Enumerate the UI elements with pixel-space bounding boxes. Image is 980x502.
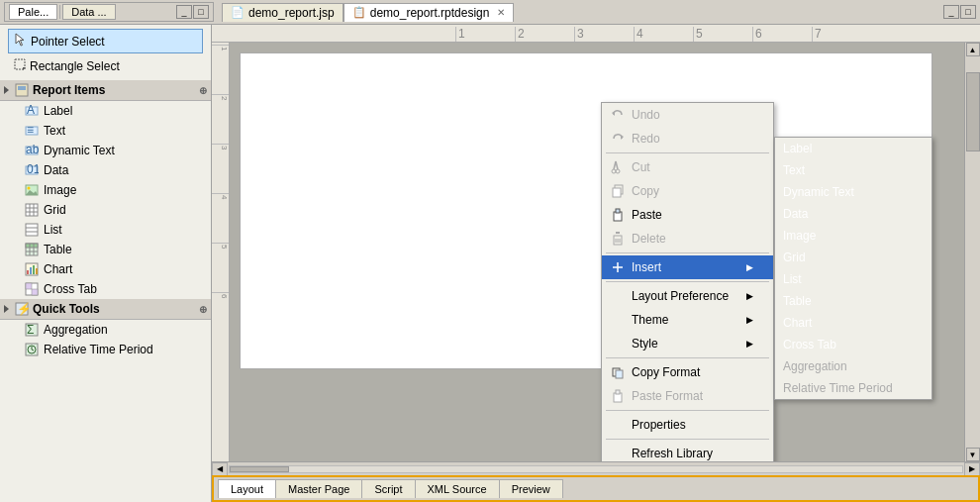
- grid-tool[interactable]: Grid: [0, 200, 211, 220]
- quick-tools-header[interactable]: ⚡ Quick Tools ⊕: [0, 299, 211, 320]
- restore-editor-btn[interactable]: □: [960, 5, 976, 19]
- table-tool[interactable]: Table: [0, 240, 211, 259]
- palette-panel-tab[interactable]: Pale...: [9, 4, 57, 20]
- grid-item-label: Grid: [44, 203, 66, 217]
- svg-rect-4: [18, 86, 22, 90]
- top-tab-bar: Pale... Data ... _ □ 📄 demo_report.jsp 📋…: [0, 0, 980, 25]
- ctx-undo[interactable]: Undo: [602, 103, 773, 127]
- vertical-ruler: 1 2 3 4 5 6: [212, 43, 230, 461]
- ctx-undo-label: Undo: [632, 108, 660, 122]
- minimize-palette-btn[interactable]: _: [176, 5, 192, 19]
- paste-format-icon: [610, 388, 626, 404]
- list-tool[interactable]: List: [0, 220, 211, 240]
- rect-select-label: Rectangle Select: [30, 59, 120, 73]
- scroll-left-btn[interactable]: ◀: [212, 462, 228, 476]
- data-tool[interactable]: 01 Data: [0, 160, 211, 180]
- data-item-label: Data: [44, 163, 68, 177]
- tab-jsp[interactable]: 📄 demo_report.jsp: [222, 3, 343, 22]
- ctx-copy[interactable]: Copy: [602, 179, 773, 203]
- svg-rect-5: [22, 86, 26, 90]
- report-items-label: Report Items: [33, 83, 105, 97]
- list-item-label: List: [44, 223, 62, 237]
- design-canvas[interactable]: Undo Redo Cut: [230, 43, 964, 461]
- label-item-label: Label: [44, 104, 72, 118]
- chart-tool[interactable]: Chart: [0, 259, 211, 279]
- layout-pref-icon: [610, 288, 626, 304]
- content-area: 1 2 3 4 5 6 7 1 2 3 4 5 6: [212, 25, 980, 502]
- ins-label-item[interactable]: Label: [775, 138, 931, 159]
- scroll-down-btn[interactable]: ▼: [966, 448, 980, 461]
- svg-rect-33: [33, 265, 35, 274]
- delete-icon: [610, 231, 626, 247]
- minimize-editor-btn[interactable]: _: [943, 5, 959, 19]
- scroll-up-btn[interactable]: ▲: [966, 43, 980, 56]
- ins-text-item[interactable]: Text: [775, 159, 931, 181]
- ctx-paste-format[interactable]: Paste Format: [602, 384, 773, 408]
- ctx-cut[interactable]: Cut: [602, 155, 773, 179]
- master-page-tab[interactable]: Master Page: [276, 479, 362, 498]
- svg-text:≡: ≡: [27, 124, 34, 137]
- layout-tab[interactable]: Layout: [218, 479, 276, 498]
- ctx-refresh-library[interactable]: Refresh Library: [602, 442, 773, 461]
- style-arrow: ▶: [746, 339, 753, 349]
- svg-text:A: A: [27, 104, 35, 117]
- ctx-properties[interactable]: Properties: [602, 413, 773, 437]
- ins-image-item[interactable]: Image: [775, 225, 931, 247]
- insert-icon: [610, 259, 626, 275]
- ctx-theme[interactable]: Theme ▶: [602, 308, 773, 332]
- svg-marker-0: [16, 34, 24, 46]
- ins-table-item[interactable]: Table: [775, 290, 931, 312]
- expand-report-items-icon: [4, 86, 9, 94]
- ruler-mark-4: 4: [634, 27, 693, 42]
- ctx-copy-format[interactable]: Copy Format: [602, 360, 773, 384]
- data-icon: 01: [24, 162, 40, 178]
- aggregation-item-label: Aggregation: [44, 323, 108, 337]
- rectangle-select-tool[interactable]: Rectangle Select: [8, 55, 203, 76]
- h-scrollbar-thumb[interactable]: [230, 466, 289, 472]
- scroll-right-btn[interactable]: ▶: [964, 462, 980, 476]
- text-tool[interactable]: ≡ Text: [0, 121, 211, 141]
- v-mark-4: 4: [212, 193, 229, 243]
- preview-tab[interactable]: Preview: [500, 479, 563, 498]
- tab-rptdesign[interactable]: 📋 demo_report.rptdesign ✕: [343, 3, 515, 22]
- ins-dynamic-text-item[interactable]: Dynamic Text: [775, 181, 931, 203]
- dynamic-text-tool[interactable]: ab| Dynamic Text: [0, 141, 211, 160]
- ctx-delete[interactable]: Delete: [602, 227, 773, 251]
- pointer-select-tool[interactable]: Pointer Select: [8, 29, 203, 53]
- ctx-paste[interactable]: Paste: [602, 203, 773, 227]
- v-mark-2: 2: [212, 94, 229, 144]
- data-panel-tab[interactable]: Data ...: [62, 4, 115, 20]
- label-tool[interactable]: A Label: [0, 101, 211, 121]
- svg-text:⚡: ⚡: [17, 302, 29, 316]
- expand-quick-tools-icon: [4, 305, 9, 313]
- theme-icon: [610, 312, 626, 328]
- vertical-scrollbar[interactable]: ▲ ▼: [964, 43, 980, 461]
- relative-time-tool[interactable]: Relative Time Period: [0, 340, 211, 359]
- ins-cross-tab-item[interactable]: Cross Tab: [775, 334, 931, 355]
- scroll-thumb[interactable]: [966, 72, 980, 151]
- ctx-insert[interactable]: Insert ▶ Label Text Dynamic Text Data Im…: [602, 255, 773, 279]
- image-icon: [24, 182, 40, 198]
- ins-data-item[interactable]: Data: [775, 203, 931, 225]
- text-item-label: Text: [44, 124, 65, 138]
- report-items-header[interactable]: Report Items ⊕: [0, 80, 211, 101]
- ins-list-item[interactable]: List: [775, 268, 931, 290]
- ctx-redo[interactable]: Redo: [602, 127, 773, 151]
- script-tab[interactable]: Script: [362, 479, 415, 498]
- close-tab-btn[interactable]: ✕: [497, 7, 505, 18]
- ctx-style-label: Style: [632, 337, 658, 351]
- ins-chart-item[interactable]: Chart: [775, 312, 931, 334]
- image-tool[interactable]: Image: [0, 180, 211, 200]
- ins-grid-item[interactable]: Grid: [775, 247, 931, 268]
- cross-tab-tool[interactable]: Cross Tab: [0, 279, 211, 299]
- aggregation-tool[interactable]: Σ Aggregation: [0, 320, 211, 340]
- ins-aggregation-item[interactable]: Aggregation: [775, 355, 931, 377]
- ins-relative-time-item[interactable]: Relative Time Period: [775, 377, 931, 399]
- ctx-style[interactable]: Style ▶: [602, 332, 773, 355]
- ctx-layout-preference[interactable]: Layout Preference ▶: [602, 284, 773, 308]
- maximize-palette-btn[interactable]: □: [193, 5, 209, 19]
- ruler-mark-6: 6: [752, 27, 812, 42]
- xml-source-tab[interactable]: XML Source: [416, 479, 500, 498]
- image-item-label: Image: [44, 183, 76, 197]
- ins-list-text: List: [783, 272, 802, 286]
